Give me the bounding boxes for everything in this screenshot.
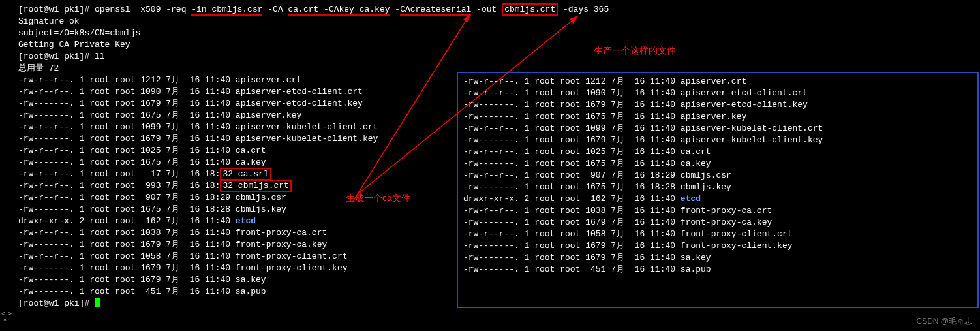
file-row: -rw-r--r--. 1 root root 1099 7月 16 11:40… xyxy=(463,123,823,133)
prompt-line: [root@w1 pki]# ll xyxy=(18,52,105,61)
file-row: -rw-------. 1 root root 1679 7月 16 11:40… xyxy=(18,134,378,144)
cmd-in: -in cbmljs.csr xyxy=(191,5,262,16)
out-line: Getting CA Private Key xyxy=(18,40,130,50)
file-row-etcd: drwxr-xr-x. 2 root root 162 7月 16 11:40 … xyxy=(18,216,256,226)
cursor xyxy=(95,298,100,307)
file-row: -rw-------. 1 root root 1679 7月 16 11:40… xyxy=(463,100,808,110)
file-row: -rw-r--r--. 1 root root 1025 7月 16 11:40… xyxy=(18,146,266,155)
annotation-file: 生产一个这样的文件 xyxy=(594,44,676,56)
file-row: -rw-------. 1 root root 1679 7月 16 11:40… xyxy=(18,275,266,285)
out-line: 总用量 72 xyxy=(18,63,59,73)
file-row: -rw-------. 1 root root 1675 7月 16 11:40… xyxy=(463,112,746,121)
prompt-line: [root@w1 pki]# xyxy=(18,298,100,308)
file-row-cbmljs-crt: -rw-r--r--. 1 root root 993 7月 16 18:32 … xyxy=(18,180,292,192)
cmd-ca: ca.crt -CAkey ca.key xyxy=(288,5,390,16)
file-row: -rw-r--r--. 1 root root 907 7月 16 18:29 … xyxy=(463,170,731,180)
file-row: -rw-r--r--. 1 root root 1058 7月 16 11:40… xyxy=(463,229,792,239)
file-row: -rw-r--r--. 1 root root 1025 7月 16 11:40… xyxy=(463,147,711,157)
scroll-indicator[interactable]: < > ^ xyxy=(1,309,12,325)
file-row: -rw-------. 1 root root 451 7月 16 11:40 … xyxy=(463,264,711,274)
file-row: -rw-------. 1 root root 1675 7月 16 18:28… xyxy=(18,204,286,214)
file-row: -rw-r--r--. 1 root root 1099 7月 16 11:40… xyxy=(18,122,378,132)
file-row: -rw-r--r--. 1 root root 1058 7月 16 11:40… xyxy=(18,251,347,261)
file-row: -rw-r--r--. 1 root root 1038 7月 16 11:40… xyxy=(463,206,772,215)
file-row-etcd: drwxr-xr-x. 2 root root 162 7月 16 11:40 … xyxy=(463,194,701,204)
file-row: -rw-------. 1 root root 1675 7月 16 11:40… xyxy=(18,110,301,120)
file-row: -rw-------. 1 root root 1679 7月 16 11:40… xyxy=(18,263,347,273)
watermark: CSDN @毛奇志 xyxy=(916,315,972,327)
file-row-ca-srl: -rw-r--r--. 1 root root 17 7月 16 18:32 c… xyxy=(18,168,271,180)
file-row: -rw-------. 1 root root 451 7月 16 11:40 … xyxy=(18,287,266,296)
file-row: -rw-r--r--. 1 root root 907 7月 16 18:29 … xyxy=(18,193,286,202)
file-row: -rw-------. 1 root root 1679 7月 16 11:40… xyxy=(18,99,363,108)
file-row: -rw-r--r--. 1 root root 1212 7月 16 11:40… xyxy=(18,75,301,85)
prompt-text: [root@w1 pki]# xyxy=(18,5,95,14)
file-row: -rw-r--r--. 1 root root 1090 7月 16 11:40… xyxy=(463,88,808,98)
file-row: -rw-------. 1 root root 1679 7月 16 11:40… xyxy=(463,135,823,145)
file-row: -rw-------. 1 root root 1675 7月 16 11:40… xyxy=(18,157,266,167)
cmd-prefix: openssl x509 -req xyxy=(95,5,191,14)
compare-panel: -rw-r--r--. 1 root root 1212 7月 16 11:40… xyxy=(457,72,979,308)
file-row: -rw-r--r--. 1 root root 1090 7月 16 11:40… xyxy=(18,87,363,97)
file-row: -rw-------. 1 root root 1679 7月 16 11:40… xyxy=(463,253,711,262)
file-row: -rw-------. 1 root root 1675 7月 16 18:28… xyxy=(463,182,731,192)
annotation-ca: 生成一个ca文件 xyxy=(346,192,410,204)
cmd-out: cbmljs.crt xyxy=(502,3,558,16)
cmd-serial: CAcreateserial xyxy=(400,5,471,16)
file-row: -rw-r--r--. 1 root root 1212 7月 16 11:40… xyxy=(463,76,746,86)
prompt-line: [root@w1 pki]# openssl x509 -req -in cbm… xyxy=(18,3,609,16)
file-row: -rw-------. 1 root root 1679 7月 16 11:40… xyxy=(463,241,792,251)
out-line: subject=/O=k8s/CN=cbmljs xyxy=(18,28,140,38)
file-row: -rw-------. 1 root root 1679 7月 16 11:40… xyxy=(18,240,327,249)
file-row: -rw-r--r--. 1 root root 1038 7月 16 11:40… xyxy=(18,228,327,238)
out-line: Signature ok xyxy=(18,16,80,26)
file-row: -rw-------. 1 root root 1679 7月 16 11:40… xyxy=(463,217,772,227)
file-row: -rw-------. 1 root root 1675 7月 16 11:40… xyxy=(463,159,711,168)
